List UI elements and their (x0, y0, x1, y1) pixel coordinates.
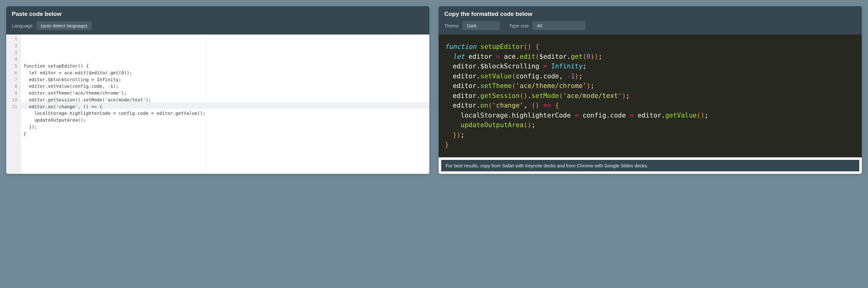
input-title: Paste code below (12, 10, 424, 18)
formatted-output[interactable]: function setupEditor() { let editor = ac… (439, 34, 862, 157)
line-number: 4 (10, 56, 18, 63)
code-line: editor.on('change', () => { (23, 103, 427, 110)
output-line: editor.setValue(config.code, -1); (445, 71, 856, 82)
line-number: 7 (10, 76, 18, 83)
line-number: 6 (10, 70, 18, 76)
theme-label: Theme (444, 23, 459, 28)
output-line: }); (445, 130, 856, 140)
input-controls: Language (auto detect language) (12, 21, 424, 30)
output-line: editor.$blockScrolling = Infinity; (445, 62, 856, 71)
line-gutter: 1234567891011 (6, 34, 21, 174)
code-area[interactable]: function setupEditor() { let editor = ac… (21, 34, 429, 174)
output-line: } (445, 140, 856, 150)
code-line: editor.$blockScrolling = Infinity; (23, 76, 427, 83)
line-number: 2 (10, 42, 18, 50)
output-panel: Copy the formatted code below Theme Dark… (439, 6, 862, 174)
output-controls: Theme Dark Type size 40 (444, 21, 856, 30)
language-select[interactable]: (auto detect language) (36, 21, 92, 30)
output-panel-header: Copy the formatted code below Theme Dark… (439, 6, 862, 34)
language-label: Language (12, 23, 33, 28)
code-line: editor.setValue(config.code, -1); (23, 83, 427, 90)
output-line: localStorage.highlighterCode = config.co… (445, 111, 856, 121)
output-line: editor.on('change', () => { (445, 101, 856, 111)
output-line: let editor = ace.edit($editor.get(0)); (445, 52, 856, 62)
output-title: Copy the formatted code below (444, 10, 856, 18)
line-number: 11 (10, 103, 18, 110)
line-number: 10 (10, 97, 18, 103)
line-number: 9 (10, 90, 18, 97)
input-panel-header: Paste code below Language (auto detect l… (6, 6, 429, 34)
code-line: function setupEditor() { (23, 63, 427, 70)
output-line: function setupEditor() { (445, 42, 856, 52)
output-line: editor.getSession().setMode('ace/mode/te… (445, 91, 856, 101)
theme-select[interactable]: Dark (463, 21, 500, 30)
code-line: }); (23, 124, 427, 131)
line-number: 3 (10, 50, 18, 56)
code-line: localStorage.highlighterCode = config.co… (23, 110, 427, 117)
type-size-input[interactable]: 40 (533, 21, 586, 30)
output-line: editor.setTheme('ace/theme/chrome'); (445, 81, 856, 91)
code-line: let editor = ace.edit($editor.get(0)); (23, 70, 427, 76)
line-number: 5 (10, 63, 18, 70)
input-panel: Paste code below Language (auto detect l… (6, 6, 429, 174)
code-line: updateOutputArea(); (23, 117, 427, 124)
output-line: updateOutputArea(); (445, 120, 856, 130)
type-size-label: Type size (509, 23, 529, 28)
copy-tip: For best results, copy from Safari with … (440, 159, 860, 172)
code-line: } (23, 131, 427, 137)
line-number: 8 (10, 83, 18, 90)
code-editor[interactable]: 1234567891011 function setupEditor() { l… (6, 34, 429, 174)
line-number: 1 (10, 36, 18, 42)
code-line: editor.getSession().setMode('ace/mode/te… (23, 97, 427, 103)
code-line: editor.setTheme('ace/theme/chrome'); (23, 90, 427, 97)
